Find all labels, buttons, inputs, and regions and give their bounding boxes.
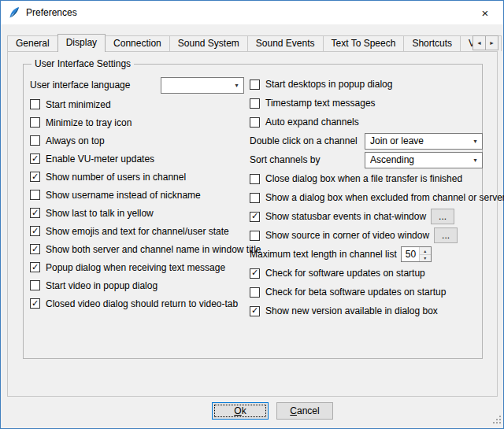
last-talk-yellow-label[interactable]: Show last to talk in yellow [46, 208, 154, 219]
row-popup-text-message: ✓ Popup dialog when receiving text messa… [30, 258, 244, 276]
check-icon: ✓ [32, 227, 39, 235]
max-text-length-label: Maximum text length in channel list [250, 249, 397, 260]
ellipsis-label: ... [442, 231, 450, 240]
tab-display[interactable]: Display [57, 34, 106, 52]
start-video-popup-label[interactable]: Start video in popup dialog [46, 280, 158, 291]
statusbar-events-checkbox[interactable]: ✓ [250, 212, 260, 222]
new-version-dialog-label[interactable]: Show new version available in dialog box [265, 305, 438, 316]
row-closed-video-return: ✓ Closed video dialog should return to v… [30, 294, 244, 313]
tab-shortcuts[interactable]: Shortcuts [403, 35, 461, 51]
excluded-dialog-checkbox[interactable]: ✓ [250, 193, 260, 203]
right-column: ✓ Start desktops in popup dialog ✓ Times… [250, 75, 483, 320]
show-username-checkbox[interactable]: ✓ [30, 190, 40, 200]
vu-meter-label[interactable]: Enable VU-meter updates [46, 153, 154, 165]
language-select[interactable]: ▾ [161, 77, 244, 94]
cancel-button[interactable]: Cancel [276, 402, 333, 420]
start-desktops-checkbox[interactable]: ✓ [250, 80, 260, 90]
server-channel-title-label[interactable]: Show both server and channel name in win… [46, 244, 261, 255]
timestamp-label[interactable]: Timestamp text messages [265, 98, 376, 109]
ellipsis-label: ... [439, 212, 447, 221]
check-updates-label[interactable]: Check for software updates on startup [265, 268, 425, 279]
video-source-checkbox[interactable]: ✓ [250, 231, 260, 241]
tab-general[interactable]: General [7, 35, 58, 51]
row-close-file-transfer: ✓ Close dialog box when a file transfer … [250, 169, 483, 188]
new-version-dialog-checkbox[interactable]: ✓ [250, 306, 260, 316]
server-channel-title-checkbox[interactable]: ✓ [30, 244, 40, 254]
spin-up-button[interactable]: ▴ [420, 247, 431, 254]
max-text-length-spinner[interactable]: 50 ▴ ▾ [401, 246, 432, 262]
check-updates-checkbox[interactable]: ✓ [250, 268, 260, 279]
show-user-count-label[interactable]: Show number of users in channel [46, 172, 186, 183]
tab-connection[interactable]: Connection [105, 35, 170, 51]
minimize-to-tray-label[interactable]: Minimize to tray icon [46, 117, 132, 128]
video-source-more-button[interactable]: ... [434, 227, 458, 243]
close-file-transfer-checkbox[interactable]: ✓ [250, 174, 260, 184]
last-talk-yellow-checkbox[interactable]: ✓ [30, 208, 40, 218]
statusbar-events-more-button[interactable]: ... [431, 209, 454, 224]
closed-video-return-label[interactable]: Closed video dialog should return to vid… [46, 298, 238, 309]
minimize-to-tray-checkbox[interactable]: ✓ [30, 117, 40, 128]
row-show-username: ✓ Show username instead of nickname [30, 186, 244, 204]
statusbar-events-label[interactable]: Show statusbar events in chat-window [265, 211, 426, 222]
check-beta-updates-checkbox[interactable]: ✓ [250, 287, 260, 298]
tab-text-to-speech[interactable]: Text To Speech [323, 35, 405, 51]
check-icon: ✓ [251, 306, 258, 315]
resize-grip-icon[interactable] [491, 414, 502, 427]
always-on-top-checkbox[interactable]: ✓ [30, 135, 40, 146]
row-sort-channels: Sort channels by Ascending ▾ [250, 150, 483, 169]
row-start-desktops: ✓ Start desktops in popup dialog [250, 75, 483, 94]
row-start-minimized: ✓ Start minimized [30, 95, 244, 113]
check-beta-updates-label[interactable]: Check for beta software updates on start… [265, 287, 446, 298]
show-emojis-label[interactable]: Show emojis and text for channel/user st… [46, 226, 229, 237]
show-emojis-checkbox[interactable]: ✓ [30, 226, 40, 236]
sort-channels-select[interactable]: Ascending ▾ [365, 152, 483, 168]
row-check-updates: ✓ Check for software updates on startup [250, 264, 483, 283]
spin-down-icon: ▾ [424, 255, 426, 261]
start-minimized-checkbox[interactable]: ✓ [30, 99, 40, 109]
always-on-top-label[interactable]: Always on top [46, 135, 105, 146]
start-video-popup-checkbox[interactable]: ✓ [30, 280, 40, 290]
popup-text-message-checkbox[interactable]: ✓ [30, 262, 40, 272]
titlebar[interactable]: Preferences × [1, 1, 503, 24]
closed-video-return-checkbox[interactable]: ✓ [30, 298, 40, 309]
vu-meter-checkbox[interactable]: ✓ [30, 153, 40, 164]
start-desktops-label[interactable]: Start desktops in popup dialog [265, 79, 392, 90]
check-icon: ✓ [32, 245, 39, 253]
arrow-right-icon: ► [489, 40, 495, 46]
chevron-down-icon: ▾ [469, 138, 482, 145]
tab-scroll-left-button[interactable]: ◄ [472, 35, 486, 50]
row-auto-expand: ✓ Auto expand channels [250, 113, 483, 131]
max-text-length-value: 50 [402, 247, 419, 261]
show-username-label[interactable]: Show username instead of nickname [46, 190, 201, 201]
spinner-buttons: ▴ ▾ [419, 247, 431, 261]
row-double-click: Double click on a channel Join or leave … [250, 131, 483, 150]
ok-button[interactable]: Ok [212, 402, 269, 420]
close-button[interactable]: × [467, 1, 503, 24]
row-check-beta-updates: ✓ Check for beta software updates on sta… [250, 283, 483, 301]
show-user-count-checkbox[interactable]: ✓ [30, 172, 40, 182]
tab-sound-events[interactable]: Sound Events [247, 35, 324, 51]
start-minimized-label[interactable]: Start minimized [46, 99, 111, 110]
tab-scroll-right-button[interactable]: ► [485, 35, 498, 50]
timestamp-checkbox[interactable]: ✓ [250, 98, 260, 109]
double-click-select[interactable]: Join or leave ▾ [365, 133, 483, 150]
spin-up-icon: ▴ [424, 248, 426, 253]
row-new-version-dialog: ✓ Show new version available in dialog b… [250, 301, 483, 320]
check-icon: ✓ [251, 268, 258, 277]
dialog-buttons: Ok Cancel [212, 402, 333, 420]
row-excluded-dialog: ✓ Show a dialog box when excluded from c… [250, 188, 483, 207]
auto-expand-checkbox[interactable]: ✓ [250, 117, 260, 128]
video-source-label[interactable]: Show source in corner of video window [265, 230, 429, 241]
double-click-label: Double click on a channel [250, 135, 358, 146]
row-last-talk-yellow: ✓ Show last to talk in yellow [30, 204, 244, 222]
close-file-transfer-label[interactable]: Close dialog box when a file transfer is… [265, 173, 462, 184]
tab-sound-system[interactable]: Sound System [169, 35, 248, 51]
left-column: User interface language ▾ ✓ Start minimi… [30, 75, 244, 313]
auto-expand-label[interactable]: Auto expand channels [265, 116, 359, 128]
row-server-channel-title: ✓ Show both server and channel name in w… [30, 240, 244, 258]
row-statusbar-events: ✓ Show statusbar events in chat-window .… [250, 207, 483, 226]
excluded-dialog-label[interactable]: Show a dialog box when excluded from cha… [265, 192, 504, 203]
spin-down-button[interactable]: ▾ [420, 254, 431, 262]
popup-text-message-label[interactable]: Popup dialog when receiving text message [46, 262, 225, 273]
language-label: User interface language [30, 80, 130, 91]
